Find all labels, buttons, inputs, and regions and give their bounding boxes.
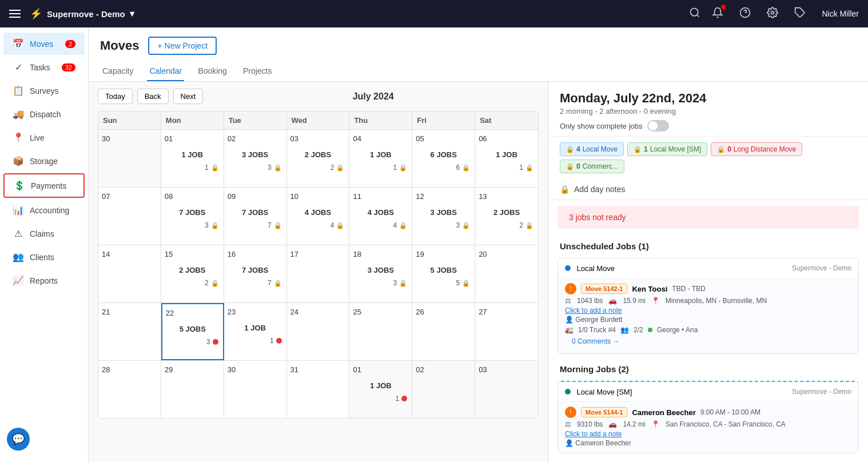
menu-icon[interactable]	[9, 7, 23, 21]
cal-cell-21[interactable]: 21	[98, 303, 161, 360]
cal-cell-15[interactable]: 15 2 JOBS 2🔒	[161, 245, 224, 302]
add-note-link[interactable]: Click to add a note	[565, 306, 851, 314]
cal-cell-25[interactable]: 25	[349, 303, 412, 360]
sidebar-item-live[interactable]: 📍 Live	[3, 126, 85, 149]
cal-cell-23[interactable]: 23 1 JOB 1	[224, 303, 287, 360]
cal-cell-03[interactable]: 03 2 JOBS 2🔒	[287, 130, 350, 187]
sidebar-item-moves[interactable]: 📅 Moves 2	[3, 33, 85, 55]
back-button[interactable]: Back	[137, 89, 169, 104]
settings-icon[interactable]	[767, 7, 778, 21]
sidebar-item-accounting[interactable]: 📊 Accounting	[3, 199, 85, 221]
today-button[interactable]: Today	[98, 89, 133, 104]
cal-cell-18[interactable]: 18 3 JOBS 3🔒	[349, 245, 412, 302]
cal-cell-03-aug[interactable]: 03	[475, 361, 538, 418]
cal-cell-01[interactable]: 01 1 JOB 1🔒	[161, 130, 224, 187]
sidebar-item-reports[interactable]: 📈 Reports	[3, 269, 85, 292]
job-move-row: ! Move 5142-1 Ken Toosi TBD - TBD	[565, 283, 851, 294]
cal-cell-12[interactable]: 12 3 JOBS 3🔒	[412, 188, 475, 245]
cal-cell-02[interactable]: 02 3 JOBS 3🔒	[224, 130, 287, 187]
user-name: Nick Miller	[822, 9, 859, 18]
job-card-header: Local Move Supermove - Demo	[558, 258, 858, 278]
tab-projects[interactable]: Projects	[241, 62, 274, 81]
tag-icon[interactable]	[794, 7, 806, 21]
cal-cell-28[interactable]: 28	[98, 361, 161, 418]
cal-cell-13[interactable]: 13 2 JOBS 2🔒	[475, 188, 538, 245]
cal-cell-30-jun[interactable]: 30	[98, 130, 161, 187]
morning-distance-icon: 🚗	[608, 420, 617, 428]
cal-cell-19[interactable]: 19 5 JOBS 5🔒	[412, 245, 475, 302]
sidebar-label-live: Live	[30, 133, 45, 142]
cal-cell-16[interactable]: 16 7 JOBS 7🔒	[224, 245, 287, 302]
cal-cell-08[interactable]: 08 7 JOBS 3🔒	[161, 188, 224, 245]
complete-jobs-toggle[interactable]	[647, 120, 669, 132]
morning-job-time: 9:00 AM - 10:00 AM	[700, 408, 761, 416]
cal-cell-22[interactable]: 22 5 JOBS 3	[161, 303, 224, 360]
help-icon[interactable]	[739, 7, 751, 21]
morning-person-icon: 👤	[565, 439, 574, 447]
morning-move-row: ! Move 5144-1 Cameron Beecher 9:00 AM - …	[565, 407, 851, 418]
svg-line-1	[697, 15, 699, 17]
tab-booking[interactable]: Booking	[196, 62, 229, 81]
cal-cell-10[interactable]: 10 4 JOBS 4🔒	[287, 188, 350, 245]
cal-cell-07[interactable]: 07	[98, 188, 161, 245]
tag-local-move-sm[interactable]: 🔒 1 Local Move [SM]	[627, 142, 707, 156]
search-icon[interactable]	[689, 7, 700, 21]
cal-cell-30-jul[interactable]: 30	[224, 361, 287, 418]
cal-cell-01-aug[interactable]: 01 1 JOB 1	[349, 361, 412, 418]
cal-cell-11[interactable]: 11 4 JOBS 4🔒	[349, 188, 412, 245]
job-card-body: ! Move 5142-1 Ken Toosi TBD - TBD ⚖ 1043…	[558, 278, 858, 353]
move-badge[interactable]: Move 5142-1	[581, 284, 627, 294]
morning-move-badge[interactable]: Move 5144-1	[581, 407, 627, 417]
rp-tags: 🔒 4 Local Move 🔒 1 Local Move [SM] 🔒 0 L…	[548, 137, 868, 179]
cal-cell-26[interactable]: 26	[412, 303, 475, 360]
next-button[interactable]: Next	[173, 89, 204, 104]
tab-capacity[interactable]: Capacity	[100, 62, 136, 81]
cal-cell-05[interactable]: 05 6 JOBS 6🔒	[412, 130, 475, 187]
cal-cell-04[interactable]: 04 1 JOB 1🔒	[349, 130, 412, 187]
tag-long-distance[interactable]: 🔒 0 Long Distance Move	[711, 142, 802, 156]
tag-local-move[interactable]: 🔒 4 Local Move	[560, 142, 624, 156]
morning-section-title: Morning Jobs (2)	[548, 357, 868, 377]
tag-commercial[interactable]: 🔒 0 Commerc...	[560, 160, 624, 173]
moves-tabs: Capacity Calendar Booking Projects	[100, 62, 857, 81]
morning-urgent-icon: !	[565, 407, 576, 418]
new-project-button[interactable]: + New Project	[148, 37, 217, 55]
sidebar-item-payments[interactable]: 💲 Payments	[3, 173, 85, 198]
sidebar-item-claims[interactable]: ⚠ Claims	[3, 222, 85, 245]
morning-note-link[interactable]: Click to add a note	[565, 430, 851, 438]
cal-cell-14[interactable]: 14	[98, 245, 161, 302]
dispatch-icon: 🚚	[13, 109, 24, 120]
route-icon: 📍	[651, 297, 660, 305]
cal-cell-29[interactable]: 29	[161, 361, 224, 418]
sidebar-item-storage[interactable]: 📦 Storage	[3, 150, 85, 172]
comments-link[interactable]: 0 Comments →	[565, 334, 851, 349]
cal-cell-20[interactable]: 20	[475, 245, 538, 302]
sidebar-item-tasks[interactable]: ✓ Tasks 32	[3, 56, 85, 78]
svg-point-4	[771, 11, 774, 14]
cal-cell-06[interactable]: 06 1 JOB 1🔒	[475, 130, 538, 187]
add-day-notes[interactable]: 🔒 Add day notes	[548, 179, 868, 200]
sidebar-item-clients[interactable]: 👥 Clients	[3, 246, 85, 268]
truck-icon: 🚛	[565, 326, 574, 334]
sidebar-item-dispatch[interactable]: 🚚 Dispatch	[3, 103, 85, 125]
client-name: Ken Toosi	[632, 285, 667, 293]
tab-calendar[interactable]: Calendar	[147, 62, 184, 81]
job-card-unscheduled: Local Move Supermove - Demo ! Move 5142-…	[558, 258, 859, 354]
tasks-icon: ✓	[13, 62, 24, 73]
sidebar-item-surveys[interactable]: 📋 Surveys	[3, 79, 85, 102]
morning-job-meta: ⚖ 9310 lbs 🚗 14.2 mi 📍 San Francisco, CA…	[565, 420, 851, 428]
cal-cell-09[interactable]: 09 7 JOBS 7🔒	[224, 188, 287, 245]
weight-icon: ⚖	[565, 297, 571, 305]
cal-cell-02-aug[interactable]: 02	[412, 361, 475, 418]
calendar-week-4: 21 22 5 JOBS 3 23 1 JOB 1 24	[98, 302, 538, 360]
chat-button[interactable]: 💬	[7, 428, 30, 451]
morning-route-icon: 📍	[651, 420, 660, 428]
notification-bell-icon[interactable]	[712, 7, 723, 21]
month-title: July 2024	[353, 91, 394, 102]
calendar-area: Today Back Next July 2024 Sun Mon Tue We…	[89, 82, 548, 462]
cal-cell-24[interactable]: 24	[287, 303, 350, 360]
job-assignee: 👤 George Burdett	[565, 316, 851, 324]
cal-cell-27[interactable]: 27	[475, 303, 538, 360]
cal-cell-17[interactable]: 17	[287, 245, 350, 302]
cal-cell-31[interactable]: 31	[287, 361, 350, 418]
